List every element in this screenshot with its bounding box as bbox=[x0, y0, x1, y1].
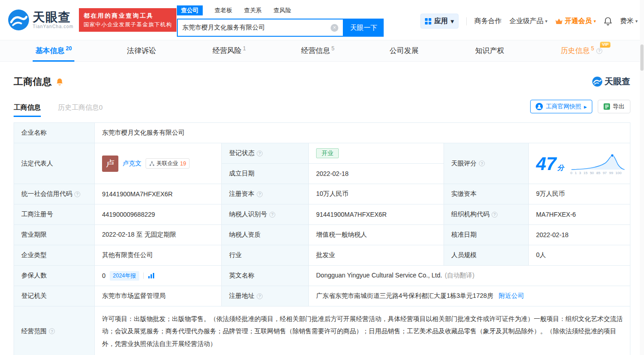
tab-intellectual-property[interactable]: 知识产权 bbox=[469, 40, 512, 61]
clear-icon[interactable]: × bbox=[331, 24, 338, 32]
business-scope-value: 许可项目：出版物批发；出版物零售。（依法须经批准的项目，经相关部门批准后方可开展… bbox=[95, 306, 630, 355]
help-icon[interactable]: ? bbox=[74, 191, 80, 197]
table-row: 企业类型 其他有限责任公司 行业 批发业 人员规模 0人 bbox=[14, 245, 630, 266]
tab-legal-proceedings[interactable]: 法律诉讼 bbox=[121, 40, 164, 61]
tab-company-development[interactable]: 公司发展 bbox=[383, 40, 426, 61]
export-button[interactable]: 导出 bbox=[598, 100, 630, 113]
tab-history-info[interactable]: VIP 历史信息5 ? bbox=[554, 40, 609, 61]
scrollbar[interactable] bbox=[640, 0, 644, 355]
annual-report-badge[interactable]: 2024年报 bbox=[110, 271, 139, 281]
avatar[interactable]: 卢 bbox=[102, 156, 118, 172]
legal-rep-link[interactable]: 卢克文 bbox=[122, 160, 141, 168]
notification-bell-icon[interactable] bbox=[604, 17, 612, 25]
score-label: 天眼评分? bbox=[444, 143, 529, 184]
help-icon[interactable]: ? bbox=[492, 212, 498, 218]
legal-rep-label: 法定代表人 bbox=[14, 143, 95, 184]
chevron-down-icon: ▾ bbox=[635, 19, 638, 24]
insured-label: 参保人数 bbox=[14, 266, 95, 286]
company-name-label: 企业名称 bbox=[14, 123, 95, 143]
table-row: 统一社会信用代码? 91441900MA7HFXEX6R 注册资本? 10万人民… bbox=[14, 184, 630, 204]
table-row: 经营范围? 许可项目：出版物批发；出版物零售。（依法须经批准的项目，经相关部门批… bbox=[14, 306, 630, 355]
reg-address-value: 广东省东莞市南城街道三元路4号保利都汇大厦1栋3单元1728房 附近公司 bbox=[309, 286, 630, 306]
table-row: 法定代表人 卢 卢克文 关联企业 19 bbox=[14, 143, 630, 164]
tab-basic-info[interactable]: 基本信息20 bbox=[29, 40, 78, 61]
official-snapshot-button[interactable]: 工商官网快照 ▸ bbox=[530, 100, 592, 113]
reg-number-label: 工商注册号 bbox=[14, 204, 95, 225]
taxpayer-id-value: 91441900MA7HFXEX6R bbox=[309, 204, 444, 225]
business-info-table: 企业名称 东莞市樱月文化服务有限公司 法定代表人 卢 卢克文 关联企 bbox=[14, 122, 630, 355]
apps-menu-button[interactable]: 应用 ▾ bbox=[420, 14, 459, 29]
grid-icon bbox=[425, 18, 431, 24]
crown-icon bbox=[555, 18, 563, 24]
slogan-line2: 国家中小企业发展子基金旗下机构 bbox=[83, 20, 172, 29]
score-value: 47分 bbox=[536, 155, 564, 173]
search-tab-relation[interactable]: 查关系 bbox=[244, 6, 262, 15]
insured-cell: 0 2024年报 bbox=[95, 266, 222, 286]
score-cell: 47分 0 1 3 15 50 85 97 99 100 bbox=[529, 143, 630, 184]
reg-capital-value: 10万人民币 bbox=[309, 184, 444, 204]
approval-date-value: 2022-02-18 bbox=[529, 225, 630, 245]
search-area: 查公司 查老板 查关系 查风险 × 天眼一下 bbox=[177, 5, 384, 37]
credit-code-value: 91441900MA7HFXEX6R bbox=[95, 184, 222, 204]
search-tab-boss[interactable]: 查老板 bbox=[215, 6, 232, 15]
page-title: 工商信息 bbox=[14, 75, 52, 88]
chevron-down-icon: ▾ bbox=[450, 17, 454, 25]
subtab-history-business-info[interactable]: 历史工商信息0 bbox=[58, 103, 102, 117]
taxpayer-id-label: 纳税人识别号? bbox=[222, 204, 309, 225]
search-tab-company[interactable]: 查公司 bbox=[177, 5, 203, 15]
scrollbar-thumb[interactable] bbox=[640, 44, 644, 71]
table-row: 登记机关 东莞市市场监督管理局 注册地址? 广东省东莞市南城街道三元路4号保利都… bbox=[14, 286, 630, 306]
search-box: × bbox=[177, 19, 344, 37]
help-icon[interactable]: ? bbox=[257, 191, 263, 197]
help-icon[interactable]: ? bbox=[269, 212, 275, 218]
subscribe-bell-icon[interactable] bbox=[56, 78, 63, 86]
search-tab-risk[interactable]: 查风险 bbox=[273, 6, 291, 15]
staff-size-label: 人员规模 bbox=[444, 245, 529, 266]
snapshot-icon bbox=[536, 103, 543, 110]
tianyancha-logo[interactable]: 天眼查 TianYanCha.com bbox=[8, 10, 73, 30]
excel-export-icon bbox=[604, 103, 610, 110]
nav-enterprise-products[interactable]: 企业级产品 ▾ bbox=[509, 17, 547, 25]
taxpayer-quality-label: 纳税人资质 bbox=[222, 225, 309, 245]
nav-open-vip[interactable]: 开通会员 ▾ bbox=[555, 17, 596, 25]
establish-date-label: 成立日期 bbox=[222, 164, 309, 184]
english-name-value: Dongguan Yingyue Cultural Service Co., L… bbox=[309, 266, 630, 286]
chevron-down-icon: ▾ bbox=[545, 19, 547, 24]
search-input[interactable] bbox=[182, 24, 331, 31]
search-button[interactable]: 天眼一下 bbox=[344, 19, 384, 37]
subtab-business-info[interactable]: 工商信息 bbox=[14, 103, 41, 117]
company-tabbar: 基本信息20 法律诉讼 经营风险1 经营信息5 公司发展 知识产权 VIP 历史… bbox=[0, 40, 644, 62]
header-nav: 应用 ▾ 商务合作 企业级产品 ▾ 开通会员 ▾ 费米 ▾ bbox=[420, 14, 638, 29]
business-term-label: 营业期限 bbox=[14, 225, 95, 245]
nav-business-cooperation[interactable]: 商务合作 bbox=[474, 17, 502, 25]
brand-domain: TianYanCha.com bbox=[33, 24, 73, 29]
related-companies-badge[interactable]: 关联企业 19 bbox=[146, 158, 190, 169]
network-icon bbox=[149, 161, 155, 166]
establish-date-value: 2022-02-18 bbox=[309, 164, 444, 184]
help-icon[interactable]: ? bbox=[257, 293, 263, 299]
nearby-companies-link[interactable]: 附近公司 bbox=[498, 292, 524, 299]
legal-rep-cell: 卢 卢克文 关联企业 19 bbox=[95, 143, 222, 184]
trend-chart-icon[interactable] bbox=[148, 272, 155, 279]
table-row: 营业期限 2022-02-18 至 无固定期限 纳税人资质 增值税一般纳税人 核… bbox=[14, 225, 630, 245]
table-row: 企业名称 东莞市樱月文化服务有限公司 bbox=[14, 123, 630, 143]
tab-operating-info[interactable]: 经营信息5 bbox=[295, 40, 341, 61]
tab-operating-risk[interactable]: 经营风险1 bbox=[206, 40, 253, 61]
help-icon[interactable]: ? bbox=[257, 151, 263, 156]
business-term-value: 2022-02-18 至 无固定期限 bbox=[95, 225, 222, 245]
table-row: 工商注册号 441900009688229 纳税人识别号? 91441900MA… bbox=[14, 204, 630, 225]
help-icon[interactable]: ? bbox=[596, 48, 602, 54]
score-axis-labels: 0 1 3 15 50 85 97 99 100 bbox=[571, 171, 626, 175]
staff-size-value: 0人 bbox=[529, 245, 630, 266]
user-menu[interactable]: 费米 ▾ bbox=[620, 17, 638, 25]
top-header: 天眼查 TianYanCha.com 都在用的商业查询工具 国家中小企业发展子基… bbox=[0, 0, 644, 40]
divider bbox=[143, 272, 144, 279]
wave-logo-icon bbox=[592, 77, 602, 87]
reg-authority-value: 东莞市市场监督管理局 bbox=[95, 286, 222, 306]
org-code-label: 组织机构代码? bbox=[444, 204, 529, 225]
chevron-down-icon: ▾ bbox=[594, 19, 596, 24]
help-icon[interactable]: ? bbox=[49, 328, 55, 334]
paid-capital-value: 9万人民币 bbox=[529, 184, 630, 204]
tianyancha-watermark: 天眼查 bbox=[592, 76, 630, 88]
help-icon[interactable]: ? bbox=[479, 160, 485, 166]
